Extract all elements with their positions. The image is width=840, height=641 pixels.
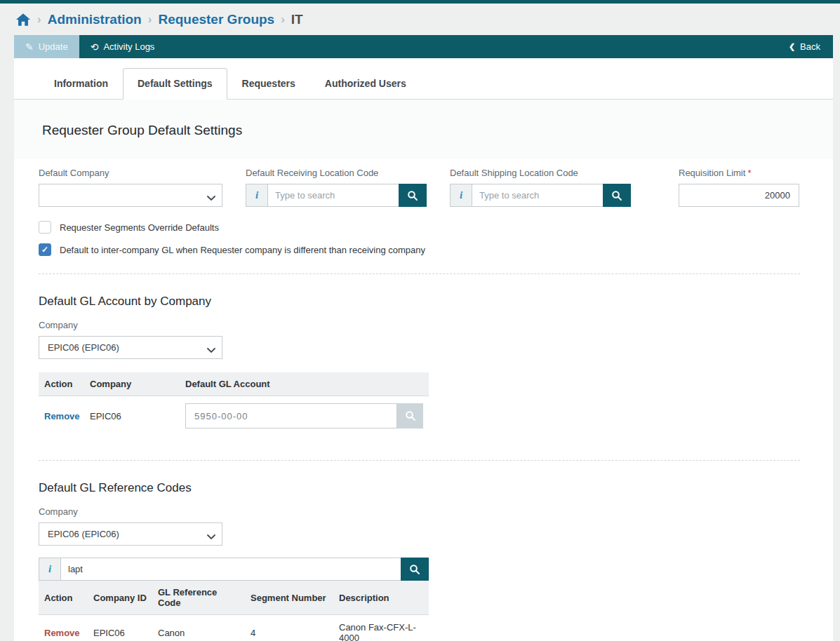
breadcrumb-current-page: IT [291,12,303,27]
gl-reference-code-cell: Canon [152,615,245,641]
gl-reference-section: Default GL Reference Codes Company EPIC0… [39,481,808,641]
receiving-location-label: Default Receiving Location Code [246,168,427,178]
default-company-select[interactable] [39,184,222,207]
checkbox-row: ✓ Default to inter-company GL when Reque… [39,243,808,256]
search-icon [407,190,418,201]
column-header-company: Company [84,372,180,396]
shipping-location-search-button[interactable] [603,184,631,207]
update-button-label: Update [39,41,68,52]
breadcrumb-separator: › [148,13,152,27]
breadcrumb-separator: › [281,13,285,27]
content-card: Information Default Settings Requesters … [14,58,833,641]
column-header-segment-number: Segment Number [245,581,333,615]
toolbar-spacer [166,35,778,58]
checkbox-row: Requester Segments Override Defaults [39,221,808,234]
gl-reference-title: Default GL Reference Codes [39,481,808,495]
info-icon[interactable]: i [39,558,61,580]
gl-account-company-label: Company [39,320,808,330]
tab-authorized-users[interactable]: Authorized Users [310,68,421,100]
breadcrumb-requester-groups[interactable]: Requester Groups [158,12,274,27]
requester-segments-label: Requester Segments Override Defaults [60,222,219,233]
segment-number-cell: 4 [245,615,333,641]
breadcrumb-separator: › [37,13,41,27]
remove-link[interactable]: Remove [44,628,80,638]
section-divider [39,460,800,461]
gl-account-title: Default GL Account by Company [39,295,808,309]
home-icon[interactable] [15,12,31,27]
back-button-label: Back [800,41,820,52]
remove-link[interactable]: Remove [44,411,80,421]
activity-logs-label: Activity Logs [103,41,154,52]
page-title: Requester Group Default Settings [42,123,805,138]
back-button[interactable]: ❮ Back [778,35,833,58]
gl-reference-company-label: Company [39,506,808,517]
section-header: Requester Group Default Settings [14,100,833,159]
search-icon [409,564,420,575]
default-settings-form: Default Company Default Receiving Locati… [39,168,808,207]
description-cell: Canon Fax-CFX-L-4000 [333,615,429,641]
gl-reference-search-input[interactable] [61,558,401,580]
receiving-location-input[interactable] [268,184,399,206]
action-toolbar: ✎ Update ⟲ Activity Logs ❮ Back [14,35,833,58]
gl-account-input[interactable] [185,403,397,429]
tab-default-settings[interactable]: Default Settings [123,68,227,100]
company-id-cell: EPIC06 [88,615,152,641]
column-header-description: Description [333,581,429,615]
tab-information[interactable]: Information [39,68,123,100]
tab-bar: Information Default Settings Requesters … [14,58,833,100]
shipping-location-input[interactable] [472,184,603,206]
default-company-label: Default Company [39,168,222,178]
column-header-action: Action [39,581,88,615]
gl-reference-search-button[interactable] [401,558,429,581]
company-cell: EPIC06 [84,396,180,436]
search-icon [405,410,416,421]
check-icon: ✓ [41,245,48,255]
chevron-left-icon: ❮ [789,43,795,50]
history-icon: ⟲ [91,42,99,52]
column-header-gl-account: Default GL Account [180,372,429,396]
required-asterisk: * [747,168,751,178]
gl-account-search-button[interactable] [397,403,423,429]
breadcrumb: › Administration › Requester Groups › IT [0,4,840,35]
activity-logs-button[interactable]: ⟲ Activity Logs [79,35,166,58]
requisition-limit-label: Requisition Limit* [679,168,799,178]
column-header-action: Action [39,372,84,396]
breadcrumb-administration[interactable]: Administration [48,12,142,27]
tab-requesters[interactable]: Requesters [227,68,310,100]
search-icon [611,190,622,201]
gl-account-company-select[interactable]: EPIC06 (EPIC06) [39,336,222,359]
gl-reference-table: Action Company ID GL Reference Code Segm… [39,581,429,641]
table-row: Remove EPIC06 [39,396,429,436]
receiving-location-search-button[interactable] [399,184,427,207]
shipping-location-label: Default Shipping Location Code [450,168,631,178]
edit-icon: ✎ [25,42,34,52]
column-header-company-id: Company ID [88,581,152,615]
info-icon[interactable]: i [451,184,472,206]
table-row: Remove EPIC06 Canon 4 Canon Fax-CFX-L-40… [39,615,429,641]
info-icon[interactable]: i [246,184,268,206]
requester-segments-checkbox[interactable] [39,221,51,234]
gl-account-table: Action Company Default GL Account Remove… [39,372,429,436]
section-divider [39,274,800,274]
column-header-gl-reference-code: GL Reference Code [152,581,245,615]
update-button[interactable]: ✎ Update [14,35,79,58]
intercompany-gl-label: Default to inter-company GL when Request… [60,245,425,255]
intercompany-gl-checkbox[interactable]: ✓ [39,243,51,256]
gl-account-section: Default GL Account by Company Company EP… [39,295,808,436]
requisition-limit-input[interactable] [679,184,799,207]
gl-reference-company-select[interactable]: EPIC06 (EPIC06) [39,522,222,546]
